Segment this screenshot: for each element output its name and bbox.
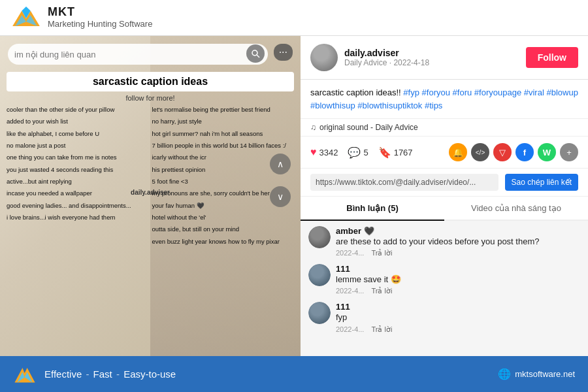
list-item: i love brains...i wish everyone had them [7,214,149,221]
comment-meta: 2022-4... Trả lời [336,249,580,257]
comments-stat: 💬 5 [348,146,368,159]
reply-link[interactable]: Trả lời [371,287,392,295]
hashtag: #fyp [403,88,419,97]
list-item: no malone just a post [7,142,149,150]
download-icon-btn[interactable]: ▽ [493,143,512,161]
caption-columns: cooler than the other side of your pillo… [7,106,294,350]
profile-info: daily.adviser Daily Advice · 2022-4-18 [344,48,519,67]
bookmarks-stat: 🔖 1767 [378,146,413,159]
list-item: hot girl summer? nah i'm hot all seasons [152,130,295,138]
caption-right-col: let's normalise being the prettier best … [152,106,295,350]
reply-link[interactable]: Trả lời [371,325,392,333]
list-item: 7 billion people in this world but 14 bi… [152,142,295,150]
reply-link[interactable]: Trả lời [371,249,392,257]
hashtag: #blowthisuptiktok [357,101,422,110]
comment-body: 111 lemme save it 🤩 2022-4... Trả lời [336,264,580,295]
logo-text-block: MKT Marketing Hunting Software [48,5,152,30]
list-item: hotel without the 'el' [152,214,295,221]
footer-logo-icon [13,363,37,386]
comment-body: 111 fyp 2022-4... Trả lời [336,302,580,333]
link-bar: Sao chép liên kết [301,169,588,197]
search-icon [251,49,260,58]
video-description: sarcastic caption ideas!! #fyp #foryou #… [301,80,588,119]
search-input[interactable]: im nội dung liên quan [14,50,261,59]
bookmarks-count: 1767 [394,148,413,157]
hashtag: #tips [425,101,442,110]
likes-stat: ♥ 3342 [310,146,338,158]
commenter-avatar-img [308,264,331,286]
tab-comments[interactable]: Bình luận (5) [301,197,444,221]
list-item: you just wasted 4 seconds reading this [7,166,149,174]
profile-header: daily.adviser Daily Advice · 2022-4-18 F… [301,36,588,80]
comment-item: 111 fyp 2022-4... Trả lời [308,302,580,333]
notification-icon-btn[interactable]: 🔔 [449,143,467,161]
logo-name: MKT [48,5,152,19]
hashtag: #blowthisup [310,101,355,110]
link-input[interactable] [310,174,498,191]
heart-icon: ♥ [310,146,317,158]
nav-down-button[interactable]: ∨ [270,186,291,207]
search-bar[interactable]: im nội dung liên quan [8,44,268,65]
video-panel: im nội dung liên quan ··· sarcastic capt… [0,36,301,356]
caption-subtitle: follow for more! [7,94,294,102]
hashtag: #viral [524,88,544,97]
comments-count: 5 [363,148,368,157]
hashtag: #foryou [422,88,450,97]
hashtag: #foryoupage [474,88,521,97]
right-panel: daily.adviser Daily Advice · 2022-4-18 F… [301,36,588,356]
video-content: sarcastic caption ideas follow for more!… [0,36,301,356]
commenter-avatar [308,264,331,286]
main-content: im nội dung liên quan ··· sarcastic capt… [0,36,588,356]
follow-button[interactable]: Follow [526,47,578,68]
list-item: added to your wish list [7,118,149,125]
likes-count: 3342 [319,148,338,157]
avatar-image [310,44,338,71]
footer-right: 🌐 mktsoftware.net [498,368,575,380]
mkt-logo-icon [10,5,42,30]
commenter-name: 111 [336,302,580,312]
facebook-icon-btn[interactable]: f [515,143,534,161]
watermark: daily.adviser [131,189,170,196]
commenter-avatar-img [308,302,331,324]
commenter-avatar [308,302,331,324]
comment-item: amber 🖤 are these to add to your videos … [308,226,580,257]
nav-up-button[interactable]: ∧ [270,154,291,174]
profile-meta: Daily Advice · 2022-4-18 [344,58,519,67]
comment-text: lemme save it 🤩 [336,274,580,286]
whatsapp-icon-btn[interactable]: W [538,143,556,161]
comments-list: amber 🖤 are these to add to your videos … [301,221,588,356]
list-item: like the alphabet, I come before U [7,130,149,138]
list-item: incase you needed a wallpaper [7,189,149,197]
hashtag: #blowup [546,88,578,97]
sound-line: ♫ original sound - Daily Advice [301,119,588,137]
logo-tagline: Marketing Hunting Software [48,19,152,30]
commenter-name: amber 🖤 [336,226,580,236]
commenter-avatar [308,226,331,248]
globe-icon: 🌐 [498,368,511,380]
app-header: MKT Marketing Hunting Software [0,0,588,36]
comment-meta: 2022-4... Trả lời [336,325,580,334]
search-button[interactable] [246,44,265,63]
footer-tagline: Effective - Fast - Easy-to-use [44,368,176,380]
commenter-avatar-img [308,226,331,248]
tab-creator-videos[interactable]: Video của nhà sáng tạo [444,197,588,220]
list-item: one thing you can take from me is notes [7,154,149,161]
svg-marker-6 [14,368,35,382]
comment-meta: 2022-4... Trả lời [336,287,580,295]
comment-body: amber 🖤 are these to add to your videos … [336,226,580,257]
comment-icon: 💬 [348,146,361,159]
stats-bar: ♥ 3342 💬 5 🔖 1767 🔔 </> ▽ f W + [301,137,588,169]
list-item: even buzz light year knows how to fly my… [152,238,295,246]
dots-menu[interactable]: ··· [274,44,293,61]
copy-link-button[interactable]: Sao chép liên kết [505,174,578,191]
footer-left: Effective - Fast - Easy-to-use [13,363,176,386]
tabs-bar: Bình luận (5) Video của nhà sáng tạo [301,197,588,221]
list-item: let's normalise being the prettier best … [152,106,295,114]
caption-title: sarcastic caption ideas [7,72,294,91]
list-item: no harry, just style [152,118,295,125]
more-icon-btn[interactable]: + [560,143,578,161]
sound-label: original sound - Daily Advice [319,123,418,132]
list-item: outta side, but still on your mind [152,225,295,233]
profile-username: daily.adviser [344,48,519,58]
embed-icon-btn[interactable]: </> [471,143,489,161]
